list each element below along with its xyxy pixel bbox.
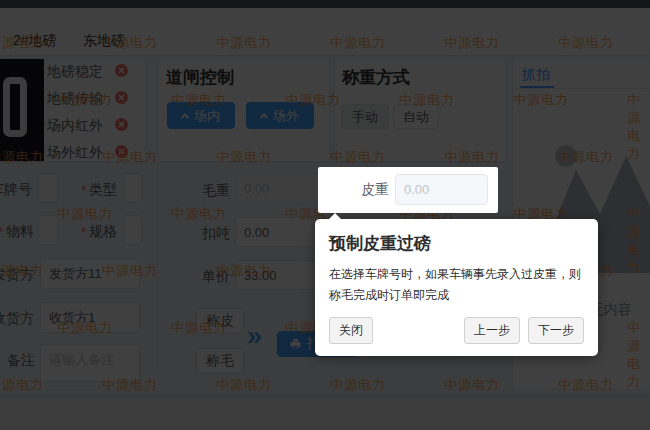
tour-next-button[interactable]: 下一步 <box>528 317 584 344</box>
popover-footer: 关闭 上一步 下一步 <box>329 317 584 344</box>
tour-prev-button[interactable]: 上一步 <box>464 317 520 344</box>
tour-overlay <box>0 0 650 430</box>
popover-description: 在选择车牌号时，如果车辆事先录入过皮重，则称毛完成时订单即完成 <box>329 264 584 306</box>
popover-title: 预制皮重过磅 <box>329 232 584 255</box>
app-window: 2#地磅 东地磅 地磅稳定 地磅传输 场内红外 场外红外 道闸控制 场内 场外 … <box>0 0 650 430</box>
popover-arrow-icon <box>329 213 341 219</box>
tare-weight-label: 皮重 <box>361 181 389 199</box>
tare-field-spotlight: 皮重 <box>318 167 498 213</box>
tare-weight-input[interactable] <box>395 174 488 205</box>
tour-close-button[interactable]: 关闭 <box>329 317 373 344</box>
tour-popover: 预制皮重过磅 在选择车牌号时，如果车辆事先录入过皮重，则称毛完成时订单即完成 关… <box>315 219 598 356</box>
